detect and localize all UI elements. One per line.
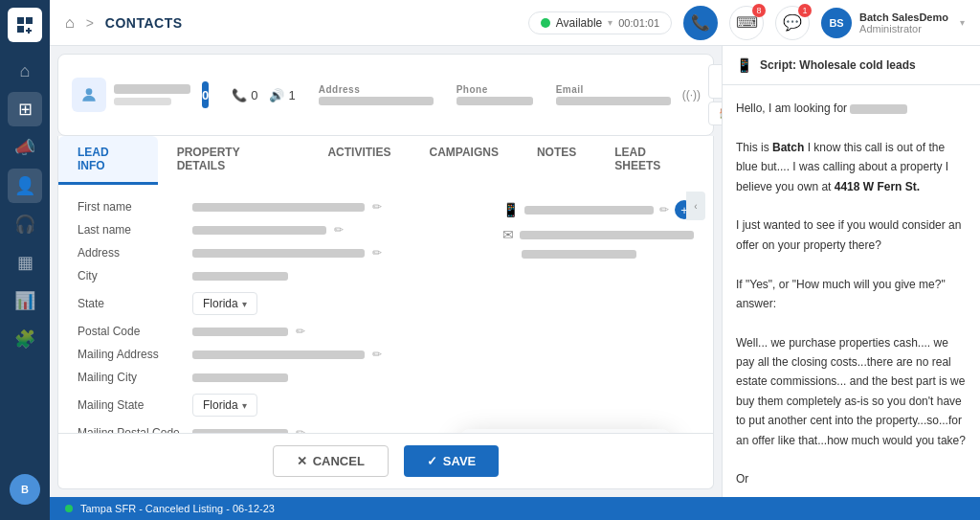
breadcrumb-separator: > [86, 15, 94, 31]
phone-edit-icon[interactable]: ✏ [659, 203, 669, 216]
sidebar-item-home[interactable]: ⌂ [8, 54, 42, 88]
mailing-city-row: Mailing City [78, 371, 479, 384]
sidebar-logo[interactable] [8, 8, 42, 42]
contact-avatar [72, 78, 106, 112]
sidebar-user-avatar[interactable]: B [10, 474, 40, 505]
tabs-bar: LEAD INFO PROPERTY DETAILS ACTIVITIES CA… [57, 136, 714, 185]
mailing-address-row: Mailing Address ✏ [78, 348, 479, 361]
phone-icon: 📱 [502, 202, 519, 217]
mailing-city-value [192, 373, 288, 382]
center-panel: 0 📞 0 🔊 1 Address Phone [50, 46, 722, 497]
state-row: State Florida ▾ [78, 292, 479, 315]
tab-property-details[interactable]: PROPERTY DETAILS [158, 136, 309, 185]
first-name-edit-icon[interactable]: ✏ [372, 200, 382, 214]
tab-lead-sheets[interactable]: LEAD SHEETS [595, 136, 713, 185]
contact-avatar-area [72, 78, 190, 112]
mailing-postal-code-edit-icon[interactable]: ✏ [296, 426, 305, 434]
status-bar-text: Tampa SFR - Canceled Listing - 06-12-23 [80, 503, 275, 514]
save-icon: ✓ [427, 454, 437, 468]
script-title: Script: Wholesale cold leads [760, 58, 916, 72]
page-title: CONTACTS [105, 15, 183, 31]
user-name: Batch SalesDemo [859, 11, 948, 23]
sidebar-item-contacts[interactable]: 👤 [8, 169, 42, 203]
address-value [319, 97, 434, 105]
chat-button[interactable]: 💬 1 [775, 6, 810, 40]
form-area: 📱 ✏ + ✉ [57, 185, 714, 434]
user-role: Administrator [859, 23, 948, 34]
main-content: ⌂ > CONTACTS Available ▾ 00:01:01 📞 ⌨ 8 … [50, 0, 980, 520]
mailing-address-edit-icon[interactable]: ✏ [372, 348, 382, 361]
zillow-button[interactable]: 🏠 Zillow [708, 102, 722, 125]
mailing-postal-code-value [192, 429, 288, 435]
status-pill[interactable]: Available ▾ 00:01:01 [528, 11, 672, 34]
status-dot [541, 18, 550, 28]
mailing-state-select[interactable]: Florida ▾ [192, 394, 257, 417]
status-label: Available [556, 16, 602, 30]
cancel-button[interactable]: ✕ CANCEL [273, 445, 389, 477]
tab-notes[interactable]: NOTES [518, 136, 595, 185]
email-row-2 [502, 250, 694, 259]
user-menu[interactable]: BS Batch SalesDemo Administrator ▾ [821, 8, 965, 38]
google-maps-button[interactable]: 📍 Google Maps [708, 64, 722, 99]
script-header: 📱 Script: Wholesale cold leads [723, 46, 980, 85]
keyboard-badge: 8 [752, 4, 766, 17]
sidebar: ⌂ ⊞ 📣 👤 🎧 ▦ 📊 🧩 B [0, 0, 50, 520]
first-name-row: First name ✏ [78, 200, 479, 214]
dialer-overlay: Available ▾ 00:01:00 ⌫ 📞 ① ② ③ [460, 429, 671, 434]
contact-card: 0 📞 0 🔊 1 Address Phone [57, 54, 714, 136]
postal-code-row: Postal Code ✏ [78, 325, 479, 338]
mailing-state-dropdown-icon: ▾ [242, 400, 247, 411]
email-field-label: Email [556, 84, 671, 95]
form-footer: ✕ CANCEL ✓ SAVE [57, 434, 714, 489]
mailing-address-value [192, 350, 365, 359]
phone-row-1: 📱 ✏ + [502, 200, 694, 219]
sidebar-item-grid[interactable]: ⊞ [8, 92, 42, 126]
email-row-1: ✉ [502, 227, 694, 242]
postal-code-value [192, 328, 288, 336]
city-row: City [78, 269, 479, 283]
phone-value [457, 97, 533, 105]
sidebar-item-table[interactable]: ▦ [8, 245, 42, 280]
sidebar-item-headset[interactable]: 🎧 [8, 207, 42, 241]
sidebar-item-campaigns[interactable]: 📣 [8, 130, 42, 165]
city-value [192, 272, 288, 281]
phone-field-1 [524, 206, 654, 215]
last-name-edit-icon[interactable]: ✏ [334, 223, 344, 237]
email-value [556, 97, 671, 105]
address-label: Address [78, 246, 192, 260]
address-edit-icon[interactable]: ✏ [372, 246, 382, 260]
mailing-city-label: Mailing City [78, 371, 192, 384]
sidebar-item-chart[interactable]: 📊 [8, 283, 42, 318]
address-row: Address ✏ [78, 246, 479, 260]
state-value: Florida [203, 297, 238, 310]
first-name-value [192, 203, 365, 212]
tab-lead-info[interactable]: LEAD INFO [58, 136, 158, 185]
script-batch: Batch [772, 141, 804, 154]
call-button[interactable]: 📞 [683, 6, 718, 40]
home-icon[interactable]: ⌂ [65, 14, 75, 32]
tab-campaigns[interactable]: CAMPAIGNS [410, 136, 517, 185]
postal-code-edit-icon[interactable]: ✏ [296, 325, 305, 338]
save-label: SAVE [443, 454, 476, 468]
phone-field-label: Phone [457, 84, 533, 95]
user-avatar: BS [821, 8, 852, 38]
sidebar-item-puzzle[interactable]: 🧩 [8, 322, 42, 356]
state-select[interactable]: Florida ▾ [192, 292, 257, 315]
keyboard-button[interactable]: ⌨ 8 [729, 6, 764, 40]
save-button[interactable]: ✓ SAVE [404, 445, 499, 477]
mailing-state-value: Florida [203, 398, 238, 412]
mailing-state-label: Mailing State [78, 398, 192, 412]
email-field-group: Email [556, 84, 671, 105]
tab-activities[interactable]: ACTIVITIES [308, 136, 410, 185]
wifi-icon: ((·)) [682, 88, 701, 102]
state-label: State [78, 297, 192, 310]
contact-name [114, 84, 190, 94]
status-timer: 00:01:01 [618, 17, 659, 29]
user-info: Batch SalesDemo Administrator [859, 11, 948, 34]
mailing-postal-code-label: Mailing Postal Code [78, 426, 192, 434]
content-area: 0 📞 0 🔊 1 Address Phone [50, 46, 980, 497]
script-icon: 📱 [736, 57, 752, 73]
cancel-icon: ✕ [297, 454, 307, 468]
address-field-label: Address [319, 84, 434, 95]
address-field-group: Address [319, 84, 434, 105]
